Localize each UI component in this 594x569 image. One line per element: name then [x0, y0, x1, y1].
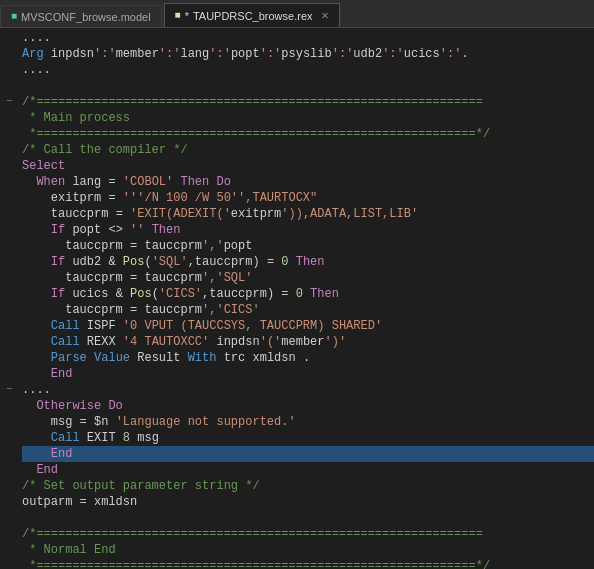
code-line: Parse Value Result With trc xmldsn . — [22, 350, 594, 366]
editor-container: ■ MVSCONF_browse.model ■ *TAUPDRSC_brows… — [0, 0, 594, 569]
code-line: Call ISPF '0 VPUT (TAUCCSYS, TAUCCPRM) S… — [22, 318, 594, 334]
tab-taupdrsc[interactable]: ■ *TAUPDRSC_browse.rex ✕ — [164, 3, 340, 27]
code-line: When lang = 'COBOL' Then Do — [22, 174, 594, 190]
code-line-main-process: * Main process — [22, 110, 594, 126]
code-line: *=======================================… — [22, 558, 594, 569]
code-line: tauccprm = tauccprm','CICS' — [22, 302, 594, 318]
code-line: msg = $n 'Language not supported.' — [22, 414, 594, 430]
code-line: /* Call the compiler */ — [22, 142, 594, 158]
editor-area[interactable]: − − — [0, 28, 594, 569]
code-line: tauccprm = 'EXIT(ADEXIT('exitprm')),ADAT… — [22, 206, 594, 222]
code-line: Otherwise Do — [22, 398, 594, 414]
code-line: Call REXX '4 TAUTOXCC' inpdsn'('member')… — [22, 334, 594, 350]
code-line-normal-end: * Normal End — [22, 542, 594, 558]
tab2-close[interactable]: ✕ — [322, 8, 329, 23]
code-line: .... — [22, 62, 594, 78]
code-line: If ucics & Pos('CICS',tauccprm) = 0 Then — [22, 286, 594, 302]
tab1-label: MVSCONF_browse.model — [21, 11, 151, 23]
tab-mvsconf[interactable]: ■ MVSCONF_browse.model — [0, 5, 162, 27]
tab2-modified: * — [185, 10, 189, 22]
code-line: outparm = xmldsn — [22, 494, 594, 510]
code-line: *=======================================… — [22, 126, 594, 142]
model-icon: ■ — [11, 11, 17, 22]
code-line: End — [22, 366, 594, 382]
rex-icon: ■ — [175, 10, 181, 21]
code-line: /* Set output parameter string */ — [22, 478, 594, 494]
code-line: If udb2 & Pos('SQL',tauccprm) = 0 Then — [22, 254, 594, 270]
code-line: End — [22, 462, 594, 478]
code-line — [22, 78, 594, 94]
code-line: If popt <> '' Then — [22, 222, 594, 238]
code-line: Select — [22, 158, 594, 174]
tab-bar: ■ MVSCONF_browse.model ■ *TAUPDRSC_brows… — [0, 0, 594, 28]
gutter: − − — [0, 28, 18, 569]
code-line: .... — [22, 30, 594, 46]
code-line: Call EXIT 8 msg — [22, 430, 594, 446]
code-view[interactable]: .... Arg inpdsn':'member':'lang':'popt':… — [18, 28, 594, 569]
code-line: .... — [22, 382, 594, 398]
tab2-label: TAUPDRSC_browse.rex — [193, 10, 313, 22]
code-line: Arg inpdsn':'member':'lang':'popt':'psys… — [22, 46, 594, 62]
code-line — [22, 510, 594, 526]
code-line: exitprm = '''/N 100 /W 50'',TAURTOCX" — [22, 190, 594, 206]
code-line: /*======================================… — [22, 94, 594, 110]
code-line: tauccprm = tauccprm','popt — [22, 238, 594, 254]
code-line: /*======================================… — [22, 526, 594, 542]
code-line: tauccprm = tauccprm','SQL' — [22, 270, 594, 286]
code-line-highlighted: End — [22, 446, 594, 462]
